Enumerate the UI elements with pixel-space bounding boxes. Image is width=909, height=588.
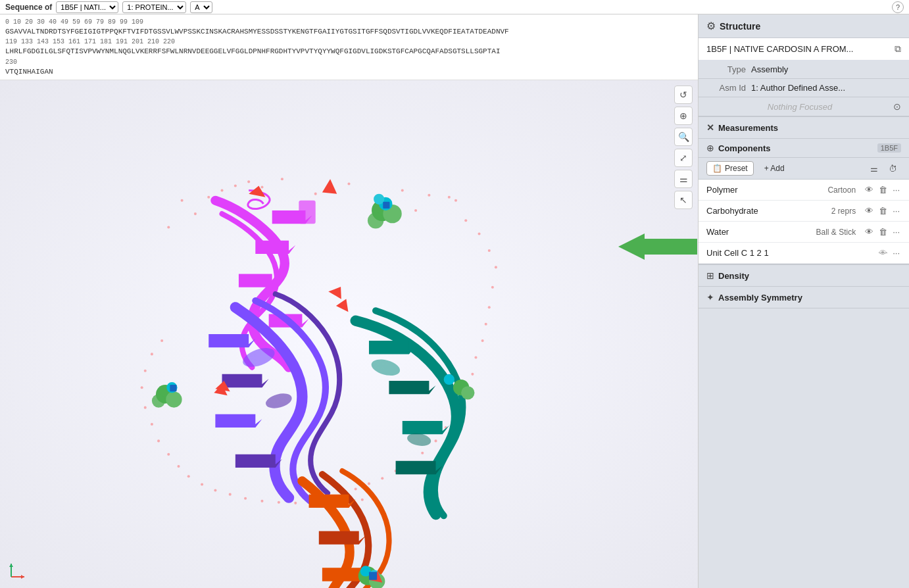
help-button[interactable]: ? [892,1,904,13]
svg-point-72 [264,391,293,411]
zoom-button[interactable]: ⊕ [674,107,693,125]
svg-point-29 [355,488,357,491]
svg-point-0 [181,199,184,202]
svg-rect-63 [299,201,315,224]
svg-point-42 [229,493,232,496]
chain-select-1[interactable]: 1: PROTEIN... [122,1,186,13]
teal-chain [356,311,463,516]
preset-button[interactable]: 📋 Preset [706,161,754,176]
measure-button[interactable]: 🔍 [674,128,693,146]
svg-point-23 [434,440,437,443]
svg-point-3 [260,186,263,189]
water-more-button[interactable]: ··· [891,226,901,238]
assembly-symmetry-section[interactable]: ✦ Assembly Symmetry [699,287,909,308]
svg-marker-76 [396,461,443,474]
svg-point-93 [374,194,384,205]
polymer-name: Polymer [706,185,759,195]
expand-button[interactable]: ⤢ [674,149,693,167]
svg-marker-70 [235,454,282,468]
polymer-more-button[interactable]: ··· [891,184,901,196]
svg-marker-73 [369,341,416,354]
sequence-display: 0 10 20 30 40 49 59 69 79 89 99 109 GSAV… [0,14,698,80]
polymer-eye-button[interactable]: 👁 [864,184,875,196]
svg-point-15 [485,323,487,326]
add-label: + Add [764,164,785,173]
structure-entry: 1B5F | NATIVE CARDOSIN A FROM... ⧉ [699,38,909,61]
measurements-section[interactable]: ✕ Measurements [699,116,909,139]
svg-point-77 [370,356,402,378]
measurements-icon: ✕ [706,122,714,133]
carbohydrate-delete-button[interactable]: 🗑 [877,205,889,217]
svg-point-30 [160,339,163,342]
svg-point-33 [141,386,143,389]
polymer-row: Polymer Cartoon 👁 🗑 ··· [699,180,909,201]
axes-indicator [8,554,34,580]
carbohydrate-name: Carbohydrate [706,206,759,216]
chain-select-2[interactable]: A [190,1,212,13]
preset-icon: 📋 [712,164,722,173]
assembly-symmetry-icon: ✦ [706,292,714,303]
carbohydrate-repr: 2 reprs [764,207,856,216]
svg-point-46 [294,502,297,504]
viewer-area[interactable]: ↺ ⊕ 🔍 ⤢ ⚌ ↖ [0,80,698,588]
polymer-delete-button[interactable]: 🗑 [877,184,889,196]
carbohydrate-eye-button[interactable]: 👁 [864,205,875,217]
unit-cell-hidden-eye-button[interactable]: 👁 [877,247,889,259]
adjust-button[interactable]: ⚌ [866,162,882,176]
settings-button[interactable]: ⚌ [674,170,693,188]
copy-button[interactable]: ⧉ [895,43,901,55]
unit-cell-row: Unit Cell C 1 2 1 👁 ··· [699,243,909,264]
rotate-button[interactable]: ↺ [674,86,693,104]
svg-point-24 [421,452,424,454]
structure-name: 1B5F | NATIVE CARDOSIN A FROM... [706,44,889,54]
carbohydrate-more-button[interactable]: ··· [891,205,901,217]
svg-point-45 [278,501,280,504]
pointer-button[interactable]: ↖ [674,191,693,209]
svg-point-12 [495,266,497,268]
assembly-symmetry-title: Assembly Symmetry [718,293,802,303]
seq-text-2: LHRLFGDGILGLSFQTISVPVWYNMLNQGLVKERRFSFWL… [5,47,693,57]
protein-structure-svg [0,80,698,588]
seq-text-1: GSAVVALTNDRDTSYFGEIGIGTPPQKFTVIFDTGSSVLW… [5,27,693,37]
svg-point-5 [347,183,350,185]
unit-cell-more-button[interactable]: ··· [891,247,901,259]
svg-rect-103 [170,385,176,391]
svg-point-57 [428,194,430,197]
svg-point-87 [152,394,165,407]
carbohydrate-actions: 👁 🗑 ··· [864,205,901,217]
svg-point-4 [314,193,317,195]
svg-point-34 [144,406,147,409]
structure-select[interactable]: 1B5F | NATI... [56,1,118,13]
water-eye-button[interactable]: 👁 [864,226,875,238]
svg-marker-75 [403,421,449,434]
water-repr: Ball & Stick [764,228,856,237]
preset-label: Preset [725,164,748,173]
svg-point-11 [488,249,491,252]
svg-point-35 [151,423,153,426]
left-panel: 0 10 20 30 40 49 59 69 79 89 99 109 GSAV… [0,14,699,588]
svg-point-86 [166,391,182,407]
svg-point-18 [471,373,474,376]
density-section[interactable]: ⊞ Density [699,264,909,287]
svg-marker-74 [389,381,435,394]
svg-marker-108 [9,564,13,567]
density-title: Density [718,271,749,281]
history-button[interactable]: ⏱ [885,162,901,176]
protein-viewer[interactable]: ↺ ⊕ 🔍 ⤢ ⚌ ↖ [0,80,698,588]
water-delete-button[interactable]: 🗑 [877,226,889,238]
main-area: 0 10 20 30 40 49 59 69 79 89 99 109 GSAV… [0,14,909,588]
svg-point-37 [167,453,170,456]
water-actions: 👁 🗑 ··· [864,226,901,238]
add-button[interactable]: + Add [759,162,790,175]
svg-marker-66 [328,283,345,299]
asm-id-row: Asm Id 1: Author Defined Asse... [699,79,909,97]
svg-marker-100 [335,297,351,312]
components-title: Components [718,143,873,153]
svg-point-8 [448,196,451,199]
seq-numbers-3: 230 [5,57,693,67]
structure-header: ⚙ Structure [699,14,909,38]
water-row: Water Ball & Stick 👁 🗑 ··· [699,222,909,243]
focus-button[interactable]: ⊙ [893,101,901,112]
svg-point-1 [194,212,197,215]
svg-marker-60 [255,241,295,254]
